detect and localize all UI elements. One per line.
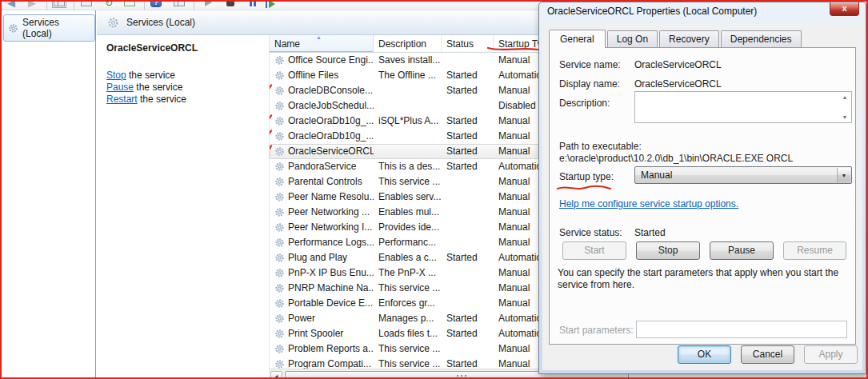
window-icon[interactable] [78,0,94,10]
service-gear-icon [274,237,285,248]
services-gear-icon [107,17,119,29]
separator [556,193,849,193]
scroll-left-button[interactable]: ◂ [270,371,282,379]
service-properties-dialog: OracleServiceORCL Properties (Local Comp… [538,2,866,374]
service-description: This service ... [374,357,442,369]
service-gear-icon [274,162,285,172]
path-to-executable-label: Path to executable: [559,141,642,152]
service-name: Print Spooler [288,326,343,341]
service-description [374,144,442,159]
forward-icon[interactable]: ▶ [24,0,40,10]
service-gear-icon [274,192,285,202]
service-status: Started [442,311,494,326]
service-name-cell: PnP-X IP Bus Enu... [270,265,374,281]
tree-item-services-local[interactable]: Services (Local) [3,14,95,42]
selected-service-title: OracleServiceORCL [106,42,262,54]
startup-type-red-squiggle-annotation [556,184,612,192]
column-header-status[interactable]: Status [442,35,494,52]
show-console-tree-icon[interactable] [51,0,67,10]
service-name: Offline Files [288,68,338,83]
service-name: PNRP Machine Na... [288,281,374,296]
tab-log-on[interactable]: Log On [607,30,658,47]
red-checkmark-annotation [270,130,274,142]
column-header-description[interactable]: Description [374,35,442,52]
pause-service-link[interactable]: Pause [106,82,134,93]
service-name-cell: Parental Controls [270,174,374,190]
service-name: Parental Controls [288,174,362,190]
service-description: The Offline ... [374,68,442,83]
pause-button[interactable]: Pause [710,241,774,260]
service-status [442,296,494,311]
stop-button[interactable]: Stop [636,241,700,260]
service-status: Started [442,357,494,369]
tab-recovery[interactable]: Recovery [659,30,719,47]
service-gear-icon [274,329,285,339]
service-gear-icon [274,207,285,217]
textarea-scrollbar[interactable]: ▲ ▼ [839,93,850,122]
startup-type-dropdown[interactable]: Manual ▼ [634,166,852,184]
service-description: This service ... [374,174,442,190]
pause-service-icon[interactable] [245,0,261,10]
service-status [442,281,494,296]
scroll-down-icon[interactable]: ▼ [842,114,848,120]
help-icon[interactable]: ? [150,0,162,7]
service-status: Started [442,250,494,265]
export-list-icon[interactable] [122,0,138,10]
service-name: Problem Reports a... [288,341,374,357]
service-description: The PnP-X ... [374,265,442,281]
restart-service-link[interactable]: Restart [106,94,138,105]
service-name: Performance Logs... [288,235,374,250]
back-icon[interactable]: ◀ [3,0,19,10]
service-name: Plug and Play [288,250,347,265]
service-name-cell: OracleOraDb10g_... [270,114,374,129]
ok-button[interactable]: OK [678,345,731,364]
service-description: Saves install... [374,53,442,68]
dialog-buttons: OK Cancel Apply [678,345,858,364]
service-description: This service ... [374,281,442,296]
service-name: OracleOraDb10g_... [288,129,374,144]
red-checkmark-annotation [270,114,274,127]
service-name: Peer Networking I... [288,220,372,235]
service-gear-icon [274,116,285,126]
column-header-name[interactable]: ▲ Name [270,35,374,52]
service-name-cell: PNRP Machine Na... [270,281,374,296]
service-description [374,98,442,114]
scroll-up-icon[interactable]: ▲ [842,94,848,100]
resume-button: Resume [783,241,846,260]
service-name-label: Service name: [559,59,621,70]
toolbar-separator [144,0,145,10]
service-gear-icon [274,313,285,324]
refresh-icon[interactable]: ↻ [101,0,117,10]
service-gear-icon [274,70,285,81]
description-textarea[interactable]: ▲ ▼ [634,91,852,123]
link-suffix: the service [126,70,175,81]
service-gear-icon [274,55,285,66]
tab-general[interactable]: General [549,30,606,48]
dialog-body: General Log On Recovery Dependencies Ser… [542,22,862,370]
startup-type-selected-value: Manual [641,170,672,181]
service-status [442,341,494,357]
service-gear-icon [274,283,285,293]
service-description: Loads files t... [374,326,442,341]
close-icon[interactable]: x [830,2,859,16]
service-gear-icon [274,131,285,142]
stop-service-icon[interactable] [222,0,238,10]
apply-button: Apply [804,345,858,364]
service-name-cell: PandoraService [270,159,374,174]
cancel-button[interactable]: Cancel [741,345,794,364]
restart-service-icon[interactable] [266,0,275,9]
show-action-pane-icon[interactable] [171,0,187,10]
service-status-value: Started [634,227,666,238]
red-checkmark-annotation [270,145,274,158]
service-name: OracleJobSchedul... [288,98,374,114]
service-description: Enables a c... [374,250,442,265]
service-status: Started [442,114,494,129]
link-suffix: the service [138,94,186,105]
service-name-cell: Problem Reports a... [270,341,374,357]
help-configure-startup-link[interactable]: Help me configure service startup option… [559,198,738,209]
tab-dependencies[interactable]: Dependencies [721,30,802,47]
description-label: Description: [559,98,610,109]
stop-service-link[interactable]: Stop [106,70,126,81]
start-service-icon [200,0,216,10]
service-status-label: Service status: [559,227,622,238]
